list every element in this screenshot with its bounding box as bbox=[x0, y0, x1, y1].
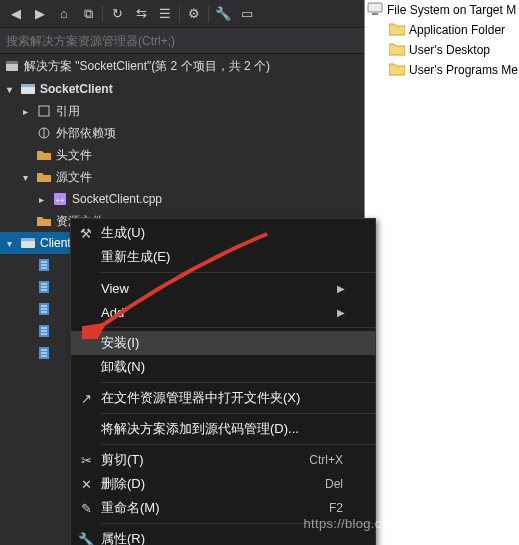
menu-item-icon: ↗ bbox=[71, 391, 101, 406]
proj-icon bbox=[20, 235, 36, 251]
folder-icon bbox=[36, 147, 52, 163]
toolbar-separator bbox=[179, 6, 180, 22]
wrench-icon[interactable]: 🔧 bbox=[211, 3, 235, 25]
tree-label: 外部依赖项 bbox=[56, 125, 116, 142]
solution-icon bbox=[4, 58, 20, 74]
svg-rect-3 bbox=[21, 84, 35, 87]
tree-label: 引用 bbox=[56, 103, 80, 120]
fs-item-label: Application Folder bbox=[409, 23, 505, 37]
toolbar-separator bbox=[208, 6, 209, 22]
folder-icon bbox=[389, 62, 405, 79]
menu-item-label: View bbox=[101, 281, 337, 296]
fs-root[interactable]: File System on Target M bbox=[365, 0, 519, 20]
proj-icon bbox=[20, 81, 36, 97]
menu-item-label: 将解决方案添加到源代码管理(D)... bbox=[101, 420, 351, 438]
right-pane: File System on Target M Application Fold… bbox=[364, 0, 519, 545]
ext-icon bbox=[36, 125, 52, 141]
menu-item-icon: ✂ bbox=[71, 453, 101, 468]
doc-icon bbox=[36, 301, 52, 317]
sync-icon[interactable]: ⧉ bbox=[76, 3, 100, 25]
folder-icon bbox=[389, 42, 405, 59]
menu-item-label: 在文件资源管理器中打开文件夹(X) bbox=[101, 389, 351, 407]
svg-rect-1 bbox=[6, 61, 18, 64]
svg-rect-32 bbox=[372, 13, 378, 15]
home-icon[interactable]: ⌂ bbox=[52, 3, 76, 25]
submenu-arrow-icon: ▶ bbox=[337, 307, 351, 318]
menu-item-icon: ⚒ bbox=[71, 226, 101, 241]
svg-text:++: ++ bbox=[55, 196, 65, 205]
menu-item-label: Add bbox=[101, 305, 337, 320]
menu-item[interactable]: View▶ bbox=[71, 276, 375, 300]
svg-rect-10 bbox=[21, 238, 35, 241]
expand-icon[interactable]: ▾ bbox=[2, 238, 16, 249]
menu-item-label: 卸载(N) bbox=[101, 358, 351, 376]
fs-item[interactable]: Application Folder bbox=[365, 20, 519, 40]
nav-back-icon[interactable]: ◀ bbox=[4, 3, 28, 25]
menu-separator bbox=[101, 444, 375, 445]
fs-item[interactable]: User's Programs Me bbox=[365, 60, 519, 80]
menu-item[interactable]: ↗在文件资源管理器中打开文件夹(X) bbox=[71, 386, 375, 410]
collapse-icon[interactable]: ⇆ bbox=[129, 3, 153, 25]
doc-icon bbox=[36, 257, 52, 273]
menu-item[interactable]: ✂剪切(T)Ctrl+X bbox=[71, 448, 375, 472]
menu-item[interactable]: Add▶ bbox=[71, 300, 375, 324]
tree-label: 源文件 bbox=[56, 169, 92, 186]
expand-icon[interactable]: ▸ bbox=[34, 194, 48, 205]
menu-item-label: 属性(R) bbox=[101, 530, 351, 545]
watermark: https://blog.csdn.net/qq_41506111 bbox=[304, 516, 513, 531]
doc-icon bbox=[36, 279, 52, 295]
ref-icon bbox=[36, 103, 52, 119]
menu-shortcut: Ctrl+X bbox=[309, 453, 351, 467]
toolbar-separator bbox=[102, 6, 103, 22]
folder-icon bbox=[36, 213, 52, 229]
menu-item[interactable]: 安装(I) bbox=[71, 331, 375, 355]
fs-root-label: File System on Target M bbox=[387, 3, 516, 17]
expand-icon[interactable]: ☰ bbox=[153, 3, 177, 25]
menu-item-icon: ✎ bbox=[71, 501, 101, 516]
doc-icon bbox=[36, 323, 52, 339]
menu-item-icon: 🔧 bbox=[71, 532, 101, 546]
solution-label: 解决方案 "SocketClient"(第 2 个项目，共 2 个) bbox=[24, 58, 270, 75]
menu-separator bbox=[101, 327, 375, 328]
cpp-icon: ++ bbox=[52, 191, 68, 207]
menu-item[interactable]: 重新生成(E) bbox=[71, 245, 375, 269]
svg-rect-4 bbox=[39, 106, 49, 116]
computer-icon bbox=[367, 2, 383, 19]
menu-item-label: 剪切(T) bbox=[101, 451, 309, 469]
menu-item-label: 生成(U) bbox=[101, 224, 351, 242]
menu-item-label: 安装(I) bbox=[101, 334, 351, 352]
properties-icon[interactable]: ⚙ bbox=[182, 3, 206, 25]
fs-item-label: User's Programs Me bbox=[409, 63, 518, 77]
menu-item[interactable]: ⚒生成(U) bbox=[71, 221, 375, 245]
menu-item[interactable]: 将解决方案添加到源代码管理(D)... bbox=[71, 417, 375, 441]
folder-icon bbox=[36, 169, 52, 185]
menu-shortcut: F2 bbox=[329, 501, 351, 515]
refresh-icon[interactable]: ↻ bbox=[105, 3, 129, 25]
svg-rect-31 bbox=[368, 3, 382, 12]
menu-item-label: 重命名(M) bbox=[101, 499, 329, 517]
menu-shortcut: Del bbox=[325, 477, 351, 491]
menu-item[interactable]: ✕删除(D)Del bbox=[71, 472, 375, 496]
tree-label: 头文件 bbox=[56, 147, 92, 164]
folder-icon bbox=[389, 22, 405, 39]
fs-item-label: User's Desktop bbox=[409, 43, 490, 57]
menu-separator bbox=[101, 382, 375, 383]
expand-icon[interactable]: ▸ bbox=[18, 106, 32, 117]
doc-icon bbox=[36, 345, 52, 361]
submenu-arrow-icon: ▶ bbox=[337, 283, 351, 294]
window-icon[interactable]: ▭ bbox=[235, 3, 259, 25]
menu-item-label: 重新生成(E) bbox=[101, 248, 351, 266]
menu-separator bbox=[101, 413, 375, 414]
expand-icon[interactable]: ▾ bbox=[18, 172, 32, 183]
menu-item-icon: ✕ bbox=[71, 477, 101, 492]
tree-label: SocketClient bbox=[40, 82, 113, 96]
menu-separator bbox=[101, 272, 375, 273]
menu-item-label: 删除(D) bbox=[101, 475, 325, 493]
menu-item[interactable]: 卸载(N) bbox=[71, 355, 375, 379]
tree-label: Client bbox=[40, 236, 71, 250]
expand-icon[interactable]: ▾ bbox=[2, 84, 16, 95]
fs-item[interactable]: User's Desktop bbox=[365, 40, 519, 60]
context-menu: ⚒生成(U)重新生成(E)View▶Add▶安装(I)卸载(N)↗在文件资源管理… bbox=[70, 218, 376, 545]
tree-label: SocketClient.cpp bbox=[72, 192, 162, 206]
nav-fwd-icon[interactable]: ▶ bbox=[28, 3, 52, 25]
